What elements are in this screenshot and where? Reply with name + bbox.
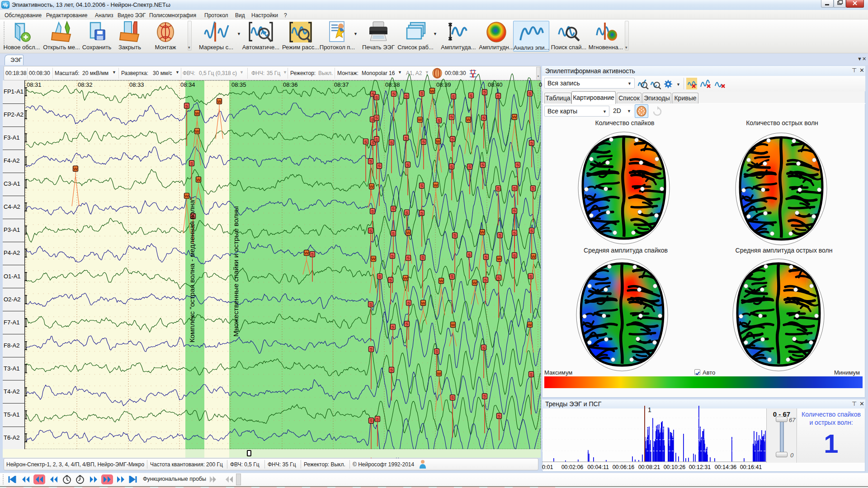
svg-text:0:01: 0:01 [542,464,553,470]
svg-text:00:12:31: 00:12:31 [689,464,711,470]
svg-text:1: 1 [648,406,651,413]
svg-text:00:16:41: 00:16:41 [740,464,762,470]
svg-text:00:14:36: 00:14:36 [715,464,737,470]
svg-text:00:06:16: 00:06:16 [613,464,635,470]
svg-text:00:08:21: 00:08:21 [638,464,660,470]
svg-text:00:10:26: 00:10:26 [664,464,686,470]
svg-text:00:02:06: 00:02:06 [561,464,584,470]
svg-text:00:04:11: 00:04:11 [587,464,609,470]
